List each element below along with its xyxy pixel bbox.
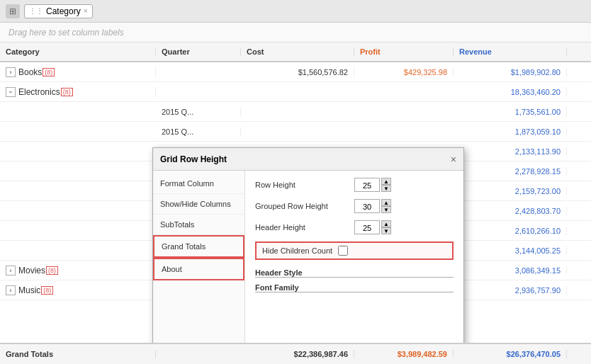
modal-content: Row Height 25 ▲ ▼ Grouped Row Height xyxy=(245,171,463,343)
grid-icon: ⊞ xyxy=(6,4,20,18)
grouped-row-height-value: 30 xyxy=(354,199,380,213)
modal-title: Grid Row Height xyxy=(160,154,227,164)
menu-item-grand-totals[interactable]: Grand Totals xyxy=(153,235,244,258)
expand-button[interactable]: › xyxy=(6,67,16,77)
grouped-row-height-label: Grouped Row Height xyxy=(255,202,354,210)
font-family-label: Font Family xyxy=(255,283,454,292)
hide-children-count-label: Hide Children Count xyxy=(262,246,332,255)
app-container: ⊞ ⋮⋮ Category × Drag here to set column … xyxy=(0,0,591,364)
revenue-cell: 2,159,723.00 xyxy=(454,187,567,195)
row-height-label: Row Height xyxy=(255,181,354,189)
category-name: Books xyxy=(18,67,42,77)
expand-button[interactable]: › xyxy=(6,266,16,275)
expand-button[interactable]: › xyxy=(6,285,16,295)
grouped-row-height-field: Grouped Row Height 30 ▲ ▼ xyxy=(255,199,454,213)
modal-menu: Format Column Show/Hide Columns SubTotal… xyxy=(153,171,245,343)
category-name: Electronics xyxy=(18,87,60,97)
modal-header: Grid Row Height × xyxy=(153,148,463,171)
chip-close-button[interactable]: × xyxy=(84,7,88,15)
revenue-cell: 1,873,059.10 xyxy=(454,127,567,136)
revenue-cell: 3,086,349.15 xyxy=(454,266,567,275)
row-height-decrement[interactable]: ▼ xyxy=(381,185,391,192)
table-row: 2015 Q... 1,735,561.00 xyxy=(0,102,591,122)
profit-cell: $429,325.98 xyxy=(354,68,454,76)
badge: (8) xyxy=(61,88,73,96)
modal-body: Format Column Show/Hide Columns SubTotal… xyxy=(153,171,463,343)
top-bar: ⊞ ⋮⋮ Category × xyxy=(0,0,591,23)
hide-children-count-checkbox[interactable] xyxy=(338,246,348,256)
row-height-increment[interactable]: ▲ xyxy=(381,178,391,185)
grouped-row-height-spinner-buttons: ▲ ▼ xyxy=(381,199,391,213)
table-footer: Grand Totals $22,386,987.46 $3,989,482.5… xyxy=(0,343,591,364)
header-height-value: 25 xyxy=(354,220,380,234)
table-row: › Electronics(8) 18,363,460.20 xyxy=(0,82,591,102)
footer-revenue: $26,376,470.05 xyxy=(454,350,567,358)
table-row: › Books(8) $1,560,576.82 $429,325.98 $1,… xyxy=(0,62,591,82)
menu-item-subtotals[interactable]: SubTotals xyxy=(153,215,244,235)
category-cell: › Movies(8) xyxy=(0,266,156,275)
chip-grid-icon: ⋮⋮ xyxy=(29,7,43,15)
th-category: Category xyxy=(0,47,156,56)
category-chip[interactable]: ⋮⋮ Category × xyxy=(24,4,93,18)
table-row: 2015 Q... 1,873,059.10 xyxy=(0,122,591,142)
th-profit: Profit xyxy=(354,47,454,56)
revenue-cell: 2,610,266.10 xyxy=(454,227,567,235)
modal-close-button[interactable]: × xyxy=(451,154,456,165)
header-height-spinner-buttons: ▲ ▼ xyxy=(381,220,391,234)
grouped-row-height-spinner[interactable]: 30 ▲ ▼ xyxy=(354,199,391,213)
column-label-drop-area[interactable]: Drag here to set column labels xyxy=(0,23,591,42)
grouped-row-height-decrement[interactable]: ▼ xyxy=(381,206,391,213)
quarter-cell: 2015 Q... xyxy=(156,108,241,116)
header-style-label: Header Style xyxy=(255,268,454,278)
row-height-value: 25 xyxy=(354,178,380,192)
th-quarter: Quarter xyxy=(156,47,241,56)
category-name: Music xyxy=(18,285,40,295)
header-height-decrement[interactable]: ▼ xyxy=(381,227,391,234)
menu-item-about[interactable]: About xyxy=(153,258,244,280)
cost-cell: $1,560,576.82 xyxy=(241,68,354,76)
menu-item-show-hide-columns[interactable]: Show/Hide Columns xyxy=(153,194,244,215)
header-height-field: Header Height 25 ▲ ▼ xyxy=(255,220,454,234)
category-cell: › Books(8) xyxy=(0,67,156,77)
grouped-row-height-increment[interactable]: ▲ xyxy=(381,199,391,206)
chip-label: Category xyxy=(46,6,81,16)
footer-label: Grand Totals xyxy=(0,350,156,358)
revenue-cell: 18,363,460.20 xyxy=(454,88,567,96)
badge: (8) xyxy=(41,286,53,295)
hide-children-count-row: Hide Children Count xyxy=(255,241,454,260)
badge: (8) xyxy=(43,68,55,76)
footer-profit: $3,989,482.59 xyxy=(354,350,454,358)
menu-item-format-column[interactable]: Format Column xyxy=(153,174,244,194)
drop-area-placeholder: Drag here to set column labels xyxy=(9,28,124,38)
revenue-cell: 2,133,113.90 xyxy=(454,147,567,156)
expand-button[interactable]: › xyxy=(6,87,16,97)
table-body: › Books(8) $1,560,576.82 $429,325.98 $1,… xyxy=(0,62,591,343)
modal: Grid Row Height × Format Column Show/Hid… xyxy=(152,147,464,343)
th-revenue: Revenue xyxy=(454,47,567,56)
row-height-field: Row Height 25 ▲ ▼ xyxy=(255,178,454,192)
quarter-cell: 2015 Q... xyxy=(156,127,241,136)
category-name: Movies xyxy=(18,266,45,275)
revenue-cell: $1,989,902.80 xyxy=(454,68,567,76)
revenue-cell: 2,278,928.15 xyxy=(454,167,567,176)
badge: (8) xyxy=(46,266,58,275)
category-cell: › Music(8) xyxy=(0,285,156,295)
header-height-label: Header Height xyxy=(255,223,354,232)
revenue-cell: 2,428,803.70 xyxy=(454,207,567,215)
revenue-cell: 2,936,757.90 xyxy=(454,286,567,295)
header-height-spinner[interactable]: 25 ▲ ▼ xyxy=(354,220,391,234)
table-header: Category Quarter Cost Profit Revenue xyxy=(0,42,591,62)
row-height-spinner-buttons: ▲ ▼ xyxy=(381,178,391,192)
footer-cost: $22,386,987.46 xyxy=(241,350,354,358)
revenue-cell: 3,144,005.25 xyxy=(454,246,567,255)
th-cost: Cost xyxy=(241,47,354,56)
category-cell: › Electronics(8) xyxy=(0,87,156,97)
row-height-spinner[interactable]: 25 ▲ ▼ xyxy=(354,178,391,192)
revenue-cell: 1,735,561.00 xyxy=(454,108,567,116)
header-height-increment[interactable]: ▲ xyxy=(381,220,391,227)
